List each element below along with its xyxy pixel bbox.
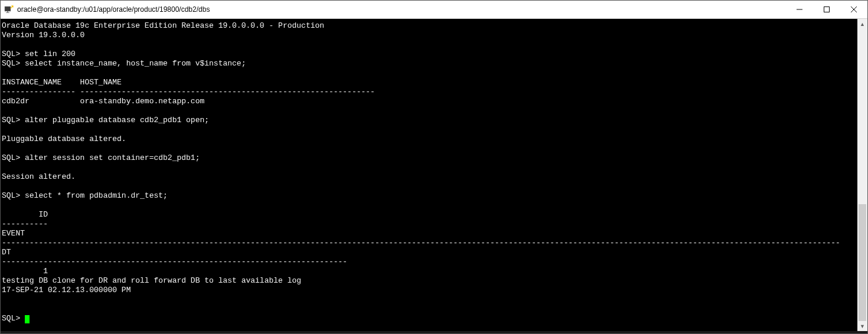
terminal-area: Oracle Database 19c Enterprise Edition R… (1, 19, 867, 331)
terminal-output[interactable]: Oracle Database 19c Enterprise Edition R… (1, 19, 857, 331)
taskbar-strip (1, 331, 867, 333)
vertical-scrollbar[interactable]: ▲ ▼ (857, 19, 867, 331)
window-controls (786, 1, 867, 18)
scroll-track[interactable] (857, 29, 867, 321)
putty-icon (4, 5, 14, 14)
svg-rect-2 (6, 12, 9, 13)
close-button[interactable] (840, 1, 867, 18)
maximize-button[interactable] (813, 1, 840, 18)
scroll-thumb[interactable] (859, 204, 866, 321)
window-title: oracle@ora-standby:/u01/app/oracle/produ… (17, 5, 786, 14)
minimize-button[interactable] (786, 1, 813, 18)
svg-rect-1 (7, 11, 8, 12)
svg-rect-0 (5, 6, 11, 11)
svg-rect-4 (824, 7, 830, 12)
terminal-cursor (25, 315, 30, 323)
scroll-up-arrow-icon[interactable]: ▲ (857, 19, 867, 29)
scroll-down-arrow-icon[interactable]: ▼ (857, 321, 867, 331)
app-window: oracle@ora-standby:/u01/app/oracle/produ… (0, 0, 868, 334)
titlebar[interactable]: oracle@ora-standby:/u01/app/oracle/produ… (1, 1, 867, 19)
